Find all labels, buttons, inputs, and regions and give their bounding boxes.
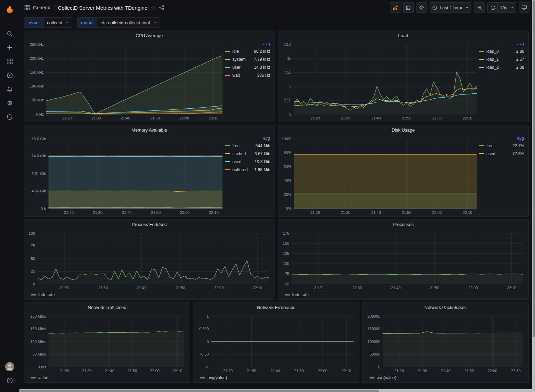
svg-text:100: 100 — [283, 261, 289, 266]
user-avatar[interactable] — [2, 360, 17, 373]
chart-legend: avgfree344 Mibcached3.67 Gibused10.8 Gib… — [225, 135, 271, 216]
svg-text:250 kHz: 250 kHz — [30, 42, 44, 47]
svg-text:80%: 80% — [284, 151, 291, 155]
svg-text:60%: 60% — [284, 165, 291, 169]
svg-text:1: 1 — [206, 314, 209, 318]
legend-series-free[interactable]: free22.7% — [479, 142, 524, 150]
variable-server[interactable]: server collectd — [24, 17, 72, 28]
legend-series-buffered[interactable]: buffered1.68 Mib — [225, 166, 270, 174]
scrollbar-thumb[interactable] — [20, 390, 379, 392]
legend-avg-header[interactable]: avg — [225, 135, 270, 142]
legend-series-system[interactable]: system7.79 kHz — [225, 55, 270, 63]
legend-series-used[interactable]: used77.3% — [479, 150, 524, 158]
legend-series-value: 22.7% — [512, 143, 524, 148]
panel-title[interactable]: CPU Average — [24, 31, 275, 40]
legend-series-cached[interactable]: cached3.67 Gib — [225, 150, 270, 158]
vertical-scrollbar[interactable] — [532, 0, 535, 392]
panel-title[interactable]: Network Packets/sec — [363, 303, 528, 312]
time-series-chart[interactable]: -1-0.5000.500121:2021:3021:4021:5022:002… — [195, 312, 356, 374]
legend-avg-header[interactable]: avg — [479, 41, 524, 47]
panel-title[interactable]: Network Traffic/sec — [24, 303, 190, 312]
legend-series-used[interactable]: used10.8 Gib — [225, 158, 270, 166]
main-area: General / CollectD Server Metrics with T… — [19, 0, 535, 392]
time-series-chart[interactable]: 507510012515017521:2021:3021:4021:5022:0… — [280, 229, 525, 291]
legend-series-free[interactable]: free344 Mib — [225, 142, 270, 150]
alerting-bell-icon[interactable] — [2, 83, 17, 96]
legend-avg-header[interactable]: avg — [225, 41, 270, 47]
panel-title[interactable]: Process Fork/sec — [24, 220, 275, 229]
legend-series-fork_rate[interactable]: fork_rate — [285, 292, 309, 297]
dashboard-grid-icon — [24, 5, 30, 10]
svg-text:21:50: 21:50 — [294, 369, 304, 373]
time-series-chart[interactable]: 02.5057.501012.521:2021:3021:4021:5022:0… — [280, 40, 479, 121]
legend-series-avg(value)[interactable]: avg(value) — [370, 375, 396, 380]
panel-network-errors: Network Errors/sec -1-0.5000.500121:2021… — [193, 302, 359, 383]
variable-mount[interactable]: mount etc-collectd-collectd.conf — [77, 17, 160, 28]
panel-title[interactable]: Processes — [278, 220, 529, 229]
dashboard-title[interactable]: CollectD Server Metrics with TDengine — [58, 5, 147, 11]
search-icon[interactable] — [2, 27, 17, 40]
panel-title[interactable]: Memory Available — [24, 125, 275, 135]
legend-series-load_2[interactable]: load_22.38 — [479, 63, 524, 71]
variable-server-value[interactable]: collectd — [43, 18, 72, 27]
zoom-out-button[interactable] — [474, 2, 485, 13]
configuration-gear-icon[interactable] — [2, 97, 17, 110]
legend-series-name: user — [233, 65, 241, 70]
scrollbar-thumb[interactable] — [533, 0, 535, 337]
chart-legend: fork_rate — [26, 291, 271, 299]
time-series-chart[interactable]: 025507510021:2021:3021:4021:5022:0022:10 — [26, 229, 271, 291]
variable-mount-value[interactable]: etc-collectd-collectd.conf — [97, 18, 160, 27]
legend-series-wait[interactable]: wait386 Hz — [225, 71, 270, 79]
time-series-chart[interactable]: 0 b4.66 Gib9.31 Gib14.0 Gib18.6 Gib21:20… — [26, 135, 225, 216]
create-plus-icon[interactable] — [2, 41, 17, 54]
series-color-swatch — [479, 67, 484, 68]
legend-series-value: 2.57 — [516, 57, 524, 62]
svg-text:-0.50: -0.50 — [200, 352, 209, 356]
chart-svg: 0 b4.66 Gib9.31 Gib14.0 Gib18.6 Gib21:20… — [26, 135, 225, 216]
time-series-chart[interactable]: 0 Hz50 kHz100 kHz150 kHz200 kHz250 kHz21… — [26, 40, 225, 121]
panel-title[interactable]: Load — [278, 31, 529, 40]
panel-title[interactable]: Disk Usage — [278, 125, 529, 135]
legend-series-idle[interactable]: idle96.2 kHz — [225, 47, 270, 55]
chart-svg: 025507510021:2021:3021:4021:5022:0022:10 — [26, 229, 271, 291]
time-range-picker[interactable]: Last 1 hour — [430, 2, 471, 13]
refresh-button[interactable] — [487, 2, 498, 13]
favorite-star-icon[interactable]: ☆ — [151, 5, 156, 11]
time-series-chart[interactable]: 05000010000015000020000021:2021:3021:402… — [365, 312, 525, 374]
panel-network-packets: Network Packets/sec 05000010000015000020… — [362, 302, 529, 383]
svg-text:21:20: 21:20 — [394, 369, 404, 373]
svg-text:2.50: 2.50 — [284, 98, 291, 102]
admin-shield-icon[interactable] — [2, 110, 17, 124]
refresh-interval-picker[interactable]: 10s — [498, 2, 516, 13]
horizontal-scrollbar[interactable] — [19, 389, 532, 392]
share-icon[interactable] — [159, 5, 164, 10]
legend-series-fork_rate[interactable]: fork_rate — [31, 292, 55, 297]
legend-series-load_0[interactable]: load_02.86 — [479, 47, 524, 55]
add-panel-button[interactable] — [390, 2, 400, 13]
legend-series-name: value — [38, 375, 48, 380]
series-color-swatch — [225, 169, 230, 170]
legend-series-avg(value)[interactable]: avg(value) — [200, 375, 227, 380]
legend-series-value[interactable]: value — [31, 375, 48, 380]
svg-text:5: 5 — [289, 84, 291, 88]
breadcrumb-folder[interactable]: General — [33, 5, 50, 10]
save-dashboard-button[interactable] — [403, 2, 414, 13]
legend-series-user[interactable]: user14.3 kHz — [225, 63, 270, 71]
svg-text:21:30: 21:30 — [418, 369, 427, 373]
grafana-logo[interactable] — [4, 4, 16, 16]
dashboards-icon[interactable] — [2, 55, 17, 68]
dashboard-settings-button[interactable] — [416, 2, 427, 13]
svg-text:22:10: 22:10 — [511, 369, 521, 373]
time-series-chart[interactable]: 0 b/s50 Mb/s100 Mb/s150 Mb/s200 Mb/s21:2… — [26, 312, 186, 374]
legend-series-load_1[interactable]: load_12.57 — [479, 55, 524, 63]
legend-series-value: 77.3% — [512, 151, 524, 156]
legend-avg-header[interactable]: avg — [479, 135, 524, 142]
legend-series-value: 10.8 Gib — [254, 159, 270, 164]
time-series-chart[interactable]: 0%20%40%60%80%100%21:2021:3021:4021:5022… — [280, 135, 479, 216]
panel-title[interactable]: Network Errors/sec — [193, 303, 359, 312]
svg-text:50: 50 — [31, 257, 35, 261]
help-icon[interactable]: ? — [2, 374, 17, 387]
explore-compass-icon[interactable] — [2, 69, 17, 82]
svg-text:150 Mb/s: 150 Mb/s — [30, 327, 46, 331]
cycle-view-monitor-button[interactable] — [519, 2, 529, 13]
